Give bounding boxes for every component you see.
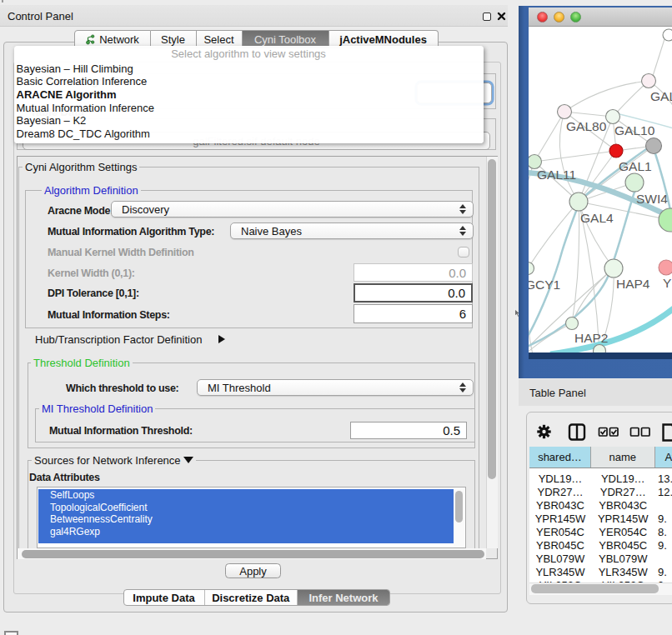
svg-text:GAL11: GAL11 (537, 168, 576, 182)
svg-text:GAL10: GAL10 (614, 123, 655, 138)
svg-text:HAP2: HAP2 (574, 331, 609, 345)
svg-text:GAL1: GAL1 (619, 159, 652, 173)
svg-text:Y: Y (663, 276, 671, 290)
svg-text:SWI4: SWI4 (636, 192, 668, 206)
svg-text:GAL80: GAL80 (566, 119, 607, 133)
svg-text:GCY1: GCY1 (529, 278, 560, 292)
svg-text:GAL: GAL (650, 89, 672, 103)
svg-text:GAL4: GAL4 (580, 211, 614, 225)
svg-text:HAP4: HAP4 (616, 277, 650, 291)
